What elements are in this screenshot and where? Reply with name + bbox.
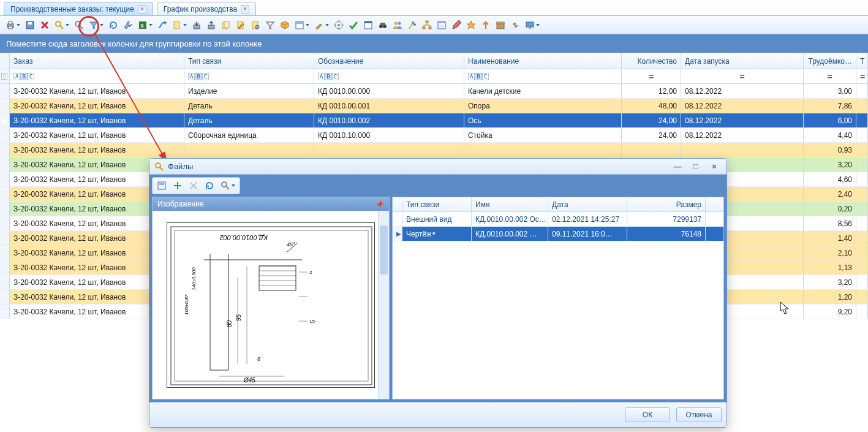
stack-out-icon[interactable] (205, 18, 218, 32)
filter-date[interactable]: = (681, 69, 804, 83)
fheader-type[interactable]: Тип связи (402, 197, 472, 211)
table-row[interactable]: ▶З-20-0032 Качели, 12 шт, ИвановДетальКД… (0, 113, 868, 128)
delete-icon[interactable] (187, 179, 200, 192)
header-labor[interactable]: Трудоёмко… (804, 53, 856, 69)
header-name[interactable]: Наименование (464, 53, 622, 69)
svg-point-45 (222, 182, 227, 187)
search-icon[interactable] (72, 18, 86, 32)
close-button[interactable]: × (707, 161, 722, 172)
dialog-titlebar[interactable]: Файлы — □ × (149, 159, 726, 175)
cell-code: КД 0010.00.001 (314, 99, 464, 113)
users-icon[interactable] (391, 18, 404, 32)
page-gear-icon[interactable] (249, 18, 262, 32)
header-code[interactable]: Обозначение (314, 53, 464, 69)
pencil-edit-icon[interactable] (450, 18, 463, 32)
filter-qty[interactable]: = (622, 69, 681, 83)
row-indicator: ▶ (0, 113, 10, 127)
svg-rect-32 (429, 27, 431, 29)
cell-labor: 1,20 (804, 290, 856, 304)
funnel-icon[interactable] (263, 18, 277, 32)
header-order[interactable]: Заказ (10, 53, 184, 69)
wrench-icon[interactable] (121, 18, 135, 32)
fheader-name[interactable]: Имя (472, 197, 548, 211)
filter-name[interactable]: ABC (464, 69, 622, 83)
image-preview[interactable]: КД.0010.00.002 45° 9 (153, 211, 389, 399)
svg-text:140±0,500: 140±0,500 (191, 267, 197, 290)
view-icon[interactable] (155, 179, 168, 192)
file-row[interactable]: ▶Чертёж ▼КД.0010.00.002 …09.11.2021 16:0… (393, 227, 723, 241)
window-icon[interactable] (435, 18, 448, 32)
file-cell-size: 76148 (627, 227, 706, 241)
cell-name: Качели детские (464, 84, 622, 98)
cell-name (464, 143, 622, 157)
refresh-icon[interactable] (107, 18, 120, 32)
table-row[interactable]: З-20-0032 Качели, 12 шт, ИвановДетальКД … (0, 99, 868, 113)
save-icon[interactable] (23, 18, 37, 32)
files-grid-body: Внешний видКД.0010.00.002 Ос…02.12.2021 … (393, 212, 723, 241)
cell-labor: 0,20 (804, 202, 856, 216)
group-by-bar[interactable]: Поместите сюда заголовок колонки для гру… (0, 34, 868, 53)
tab-orders[interactable]: Производственные заказы: текущие × (4, 2, 153, 15)
refresh-icon[interactable] (203, 179, 216, 192)
filter-type[interactable]: ABC (184, 69, 314, 83)
binoculars-icon[interactable] (376, 18, 390, 32)
cube-icon[interactable] (278, 18, 292, 32)
cell-labor: 0,93 (804, 143, 856, 157)
maximize-button[interactable]: □ (689, 161, 703, 172)
check-green-icon[interactable] (347, 18, 360, 32)
page-icon[interactable] (170, 18, 189, 32)
minimize-button[interactable]: — (670, 161, 685, 172)
ok-button[interactable]: ОК (625, 407, 670, 422)
box-icon[interactable] (494, 18, 507, 32)
header-type[interactable]: Тип связи (184, 53, 314, 69)
zoom-icon[interactable] (219, 179, 237, 192)
preview-scrollbar[interactable] (378, 211, 389, 399)
svg-rect-24 (364, 21, 372, 23)
fheader-date[interactable]: Дата (548, 197, 627, 211)
filter-funnel-icon[interactable] (87, 18, 105, 32)
header-date[interactable]: Дата запуска (681, 53, 804, 69)
close-icon[interactable]: × (241, 5, 249, 13)
header-qty[interactable]: Количество (622, 53, 681, 69)
filter-code[interactable]: ABC (314, 69, 464, 83)
cell-labor: 8,56 (804, 216, 856, 230)
tab-schedule[interactable]: График производства × (157, 2, 256, 15)
diagram-icon[interactable] (420, 18, 434, 32)
hammer-icon[interactable] (406, 18, 419, 32)
excel-icon[interactable]: X (136, 18, 154, 32)
svg-point-5 (56, 21, 61, 26)
app-icon[interactable] (361, 18, 375, 32)
cancel-button[interactable]: Отмена (676, 407, 722, 422)
header-indicator (0, 53, 10, 69)
cell-rest (856, 143, 868, 157)
table-row[interactable]: З-20-0032 Качели, 12 шт, ИвановИзделиеКД… (0, 84, 868, 99)
pages-icon[interactable] (219, 18, 233, 32)
cell-labor: 3,20 (804, 275, 856, 289)
screen-icon[interactable] (523, 18, 542, 32)
route-icon[interactable] (156, 18, 169, 32)
star-icon[interactable] (464, 18, 478, 32)
pin-icon[interactable]: 📌 (376, 200, 384, 208)
tool-icon[interactable] (312, 18, 331, 32)
template-icon[interactable] (293, 18, 311, 32)
print-icon[interactable] (4, 18, 22, 32)
delete-red-icon[interactable] (38, 18, 51, 32)
page-edit-icon[interactable] (234, 18, 247, 32)
close-icon[interactable]: × (138, 5, 146, 13)
filter-labor[interactable]: = (804, 69, 856, 83)
file-row[interactable]: Внешний видКД.0010.00.002 Ос…02.12.2021 … (393, 212, 723, 227)
table-row[interactable]: З-20-0032 Качели, 12 шт, ИвановСборочная… (0, 128, 868, 143)
filter-rest[interactable]: = (856, 69, 868, 83)
header-rest[interactable]: Т (856, 53, 868, 69)
files-magnifier-icon[interactable] (53, 18, 71, 32)
arrow-up-icon[interactable] (479, 18, 492, 32)
filter-order[interactable]: ABC (10, 69, 184, 83)
table-row[interactable]: З-20-0032 Качели, 12 шт, Иванов0,93 (0, 143, 868, 157)
target-icon[interactable] (332, 18, 345, 32)
stack-in-icon[interactable] (190, 18, 203, 32)
cell-qty: 12,00 (622, 84, 681, 98)
add-icon[interactable] (171, 179, 184, 192)
link-icon[interactable] (508, 18, 522, 32)
cell-date: 08.12.2022 (681, 99, 804, 113)
fheader-size[interactable]: Размер (627, 197, 706, 211)
